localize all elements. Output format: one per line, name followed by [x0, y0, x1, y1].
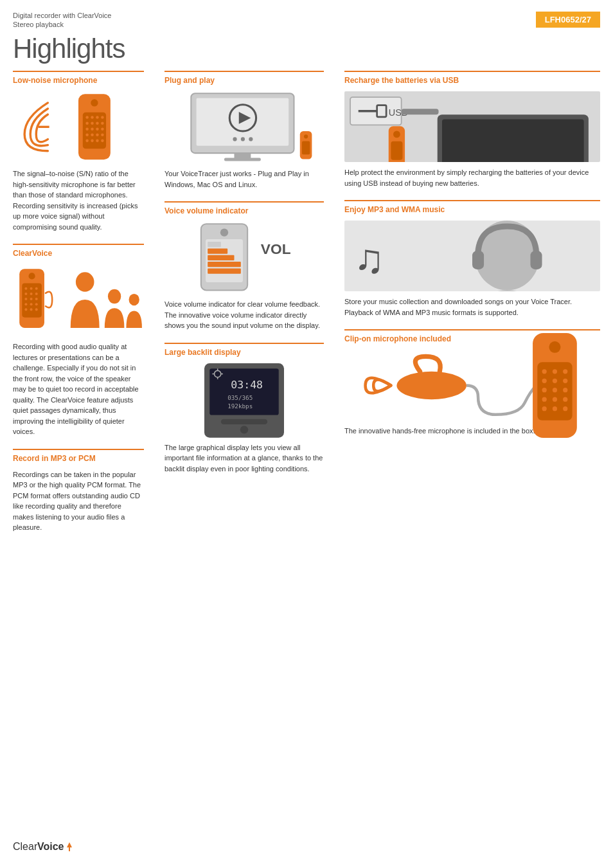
col-left: Low-noise microphone	[13, 71, 154, 545]
svg-point-12	[91, 127, 94, 131]
svg-point-1	[91, 99, 98, 106]
svg-point-5	[96, 116, 99, 119]
svg-point-29	[24, 293, 27, 295]
svg-point-50	[249, 138, 253, 141]
title-enjoy-mp3: Enjoy MP3 and WMA music	[344, 205, 600, 215]
title-record-mp3: Record in MP3 or PCM	[13, 454, 144, 464]
svg-marker-116	[67, 842, 72, 847]
illus-enjoy-mp3: ♫	[344, 221, 600, 291]
svg-point-106	[563, 388, 567, 392]
svg-point-8	[91, 122, 94, 125]
illus-low-noise	[13, 91, 144, 162]
title-recharge-usb: Recharge the batteries via USB	[344, 76, 600, 86]
svg-point-6	[101, 116, 104, 119]
body-plug-play: Your VoiceTracer just works - Plug and P…	[164, 168, 324, 190]
svg-rect-59	[208, 269, 241, 274]
body-clearvoice: Recording with good audio quality at lec…	[13, 341, 144, 437]
svg-point-101	[542, 378, 547, 383]
svg-rect-78	[442, 119, 584, 162]
svg-rect-51	[235, 153, 251, 158]
illus-clipon	[344, 350, 600, 420]
body-large-display: The large graphical display lets you vie…	[164, 442, 324, 475]
svg-point-96	[549, 341, 560, 352]
section-record-mp3: Record in MP3 or PCM Recordings can be t…	[13, 449, 144, 533]
product-info: Digital recorder with ClearVoice Stereo …	[13, 12, 111, 28]
svg-point-30	[30, 293, 33, 295]
svg-point-36	[30, 303, 33, 305]
svg-point-57	[220, 229, 228, 237]
svg-point-4	[91, 116, 94, 119]
section-voice-volume: Voice volume indicator V	[164, 201, 324, 331]
divider-voice-volume	[164, 201, 324, 203]
svg-point-14	[101, 127, 104, 131]
svg-rect-90	[530, 251, 542, 269]
svg-text:Clear: Clear	[13, 841, 38, 852]
title-plug-play: Plug and play	[164, 76, 324, 86]
svg-point-49	[241, 138, 245, 141]
svg-point-99	[553, 369, 557, 374]
footer: Clear Voice	[13, 836, 77, 855]
svg-point-13	[96, 127, 99, 131]
svg-rect-52	[224, 158, 261, 161]
title-voice-volume: Voice volume indicator	[164, 206, 324, 217]
footer-logo-svg: Clear Voice	[13, 836, 77, 855]
svg-point-103	[563, 378, 567, 383]
svg-point-9	[96, 122, 99, 125]
section-large-display: Large backlit display 03:48 035/365	[164, 343, 324, 475]
svg-point-94	[396, 371, 466, 399]
body-voice-volume: Voice volume indicator for clear volume …	[164, 299, 324, 331]
divider-low-noise	[13, 71, 144, 72]
svg-rect-60	[208, 262, 241, 267]
col-right: Recharge the batteries via USB USB	[334, 71, 600, 545]
svg-point-34	[35, 298, 38, 300]
section-recharge-usb: Recharge the batteries via USB USB	[344, 71, 600, 188]
svg-point-108	[553, 397, 557, 401]
svg-point-112	[563, 406, 567, 411]
svg-point-24	[28, 273, 35, 279]
svg-point-10	[101, 122, 104, 125]
section-low-noise: Low-noise microphone	[13, 71, 144, 232]
svg-text:035/365: 035/365	[227, 393, 253, 401]
svg-text:VOL: VOL	[261, 240, 291, 257]
svg-point-104	[542, 388, 547, 392]
illus-plug-play-svg	[164, 90, 324, 163]
illus-recharge-usb-svg: USB	[344, 91, 600, 162]
svg-text:Voice: Voice	[37, 841, 64, 852]
svg-point-35	[24, 303, 27, 305]
svg-rect-83	[402, 109, 439, 114]
svg-point-18	[101, 133, 104, 136]
svg-point-110	[542, 406, 547, 411]
main-content: Low-noise microphone	[0, 71, 613, 545]
body-record-mp3: Recordings can be taken in the popular M…	[13, 469, 144, 533]
svg-point-37	[35, 303, 38, 305]
svg-rect-62	[208, 249, 227, 254]
svg-point-42	[108, 289, 121, 303]
svg-point-98	[542, 369, 547, 374]
svg-point-16	[91, 133, 94, 136]
svg-point-28	[35, 287, 38, 290]
svg-point-3	[85, 116, 89, 119]
svg-point-111	[553, 406, 557, 411]
illus-enjoy-mp3-svg: ♫	[344, 221, 600, 291]
section-clearvoice: ClearVoice	[13, 244, 144, 437]
svg-point-27	[30, 287, 33, 290]
svg-point-43	[129, 294, 139, 305]
product-line: Digital recorder with ClearVoice	[13, 12, 111, 19]
title-large-display: Large backlit display	[164, 348, 324, 358]
divider-clearvoice	[13, 244, 144, 245]
svg-point-39	[30, 308, 33, 311]
section-enjoy-mp3: Enjoy MP3 and WMA music ♫	[344, 200, 600, 318]
svg-point-7	[85, 122, 89, 125]
svg-point-17	[96, 133, 99, 136]
svg-point-102	[553, 378, 557, 383]
col-mid: Plug and play	[154, 71, 334, 545]
illus-voice-volume-svg: VOL	[164, 221, 324, 294]
svg-point-100	[563, 369, 567, 374]
svg-point-76	[240, 426, 248, 433]
svg-point-109	[563, 397, 567, 401]
divider-recharge-usb	[344, 71, 600, 72]
section-plug-play: Plug and play	[164, 71, 324, 190]
svg-rect-55	[302, 141, 310, 155]
svg-point-15	[85, 133, 89, 136]
svg-point-11	[85, 127, 89, 131]
